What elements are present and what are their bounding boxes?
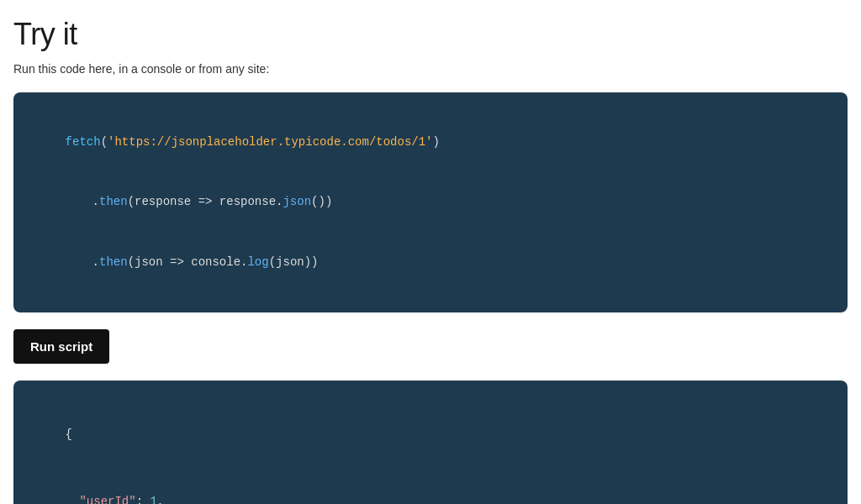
dot-then-2: .: [92, 255, 99, 269]
then-args-1-close: ()): [311, 195, 332, 208]
subtitle: Run this code here, in a console or from…: [13, 62, 848, 76]
then-args-2-close: (json)): [269, 255, 319, 269]
code-line-3: .then(json => console.log(json)): [37, 233, 824, 292]
then-args-2: (json => console.: [128, 255, 248, 269]
paren-close: ): [433, 135, 440, 149]
log-keyword: log: [247, 255, 268, 269]
page-title: Try it: [13, 17, 848, 52]
code-line-1: fetch('https://jsonplaceholder.typicode.…: [37, 113, 824, 172]
output-block: { "userId": 1, "id": 1, "title": "delect…: [13, 381, 848, 504]
output-field-userId: "userId": 1,: [37, 468, 824, 504]
dot-then-1: .: [92, 195, 99, 208]
fetch-keyword: fetch: [66, 135, 101, 149]
paren-open: (: [101, 135, 108, 149]
code-line-2: .then(response => response.json()): [37, 172, 824, 232]
json-keyword: json: [283, 195, 311, 208]
output-open-brace: {: [37, 401, 824, 468]
then-args-1: (response => response.: [128, 195, 283, 208]
code-editor: fetch('https://jsonplaceholder.typicode.…: [13, 92, 848, 312]
then-keyword-2: then: [99, 255, 128, 269]
url-string: 'https://jsonplaceholder.typicode.com/to…: [108, 135, 432, 149]
run-script-button[interactable]: Run script: [13, 329, 109, 364]
then-keyword-1: then: [99, 195, 128, 208]
